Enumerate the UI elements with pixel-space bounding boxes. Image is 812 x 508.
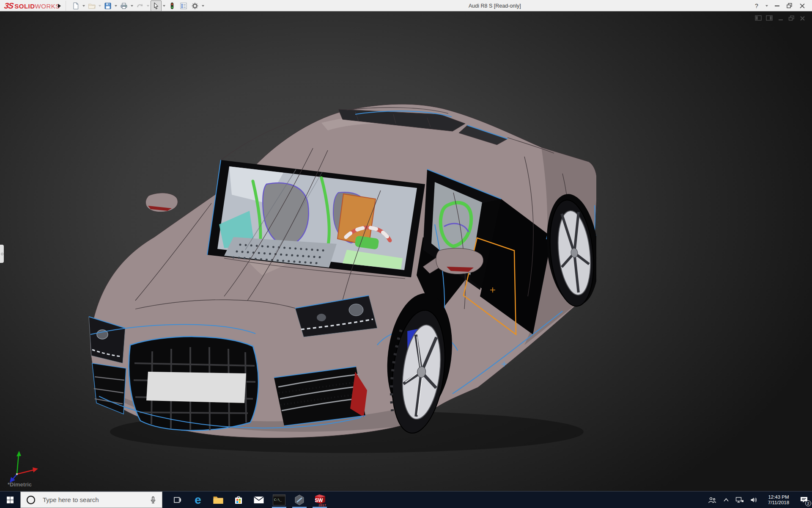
network-button[interactable] [732, 491, 747, 508]
clock[interactable]: 12:43 PM 7/11/2018 [765, 491, 793, 508]
start-button[interactable] [0, 491, 20, 508]
save-button[interactable] [102, 0, 113, 11]
quick-access-toolbar [70, 0, 205, 11]
settings-caret[interactable] [201, 1, 205, 11]
tray-overflow-button[interactable] [720, 491, 732, 508]
window-controls: ? [752, 0, 807, 11]
notification-badge: 2 [805, 500, 811, 506]
search-input[interactable] [42, 496, 149, 504]
y-axis-arrow [16, 451, 21, 456]
solidworks-window: 3SSOLIDWORKS [0, 0, 812, 508]
traffic-light-icon [168, 2, 176, 10]
select-tool-caret[interactable] [162, 1, 166, 11]
select-tool-button[interactable] [151, 0, 162, 11]
taskbar-app-edge[interactable]: e [188, 491, 208, 508]
new-document-caret[interactable] [82, 1, 86, 11]
open-button[interactable] [86, 0, 97, 11]
svg-text:SW: SW [315, 497, 323, 503]
new-document-button[interactable] [70, 0, 81, 11]
model-canvas[interactable] [85, 97, 596, 453]
file-explorer-icon [213, 495, 224, 505]
select-cursor-icon [152, 2, 160, 10]
panel-flyout-tab[interactable] [0, 245, 4, 263]
tray-date: 7/11/2018 [768, 500, 789, 505]
taskbar-search[interactable] [20, 491, 162, 508]
edge-icon: e [195, 494, 201, 506]
speaker-icon [750, 497, 758, 503]
people-button[interactable] [705, 491, 720, 508]
close-button[interactable] [798, 1, 807, 11]
tray-time: 12:43 PM [768, 494, 789, 500]
new-document-icon [72, 2, 80, 10]
rebuild-button[interactable] [167, 0, 178, 11]
mail-icon [253, 496, 264, 504]
side-mirror-left [145, 193, 178, 212]
open-caret[interactable] [98, 1, 102, 11]
windows-logo-icon [6, 496, 14, 504]
help-caret[interactable] [765, 1, 769, 11]
toolbar-separator [66, 1, 66, 11]
cortana-icon [26, 495, 36, 505]
help-button[interactable]: ? [752, 1, 761, 11]
show-pane2-icon[interactable] [766, 15, 773, 21]
graphics-viewport[interactable]: *Dimetric [0, 11, 812, 491]
undo-icon [136, 2, 144, 10]
taskbar-app-solidworks[interactable]: SW 2017 [310, 491, 330, 508]
show-pane-icon[interactable] [755, 15, 762, 21]
network-icon [735, 497, 744, 503]
audi-r8-3d-model[interactable] [85, 97, 596, 453]
restore-icon [787, 3, 793, 8]
front-grille [129, 337, 258, 431]
save-floppy-icon [104, 2, 112, 10]
windows-taskbar: e [0, 491, 812, 508]
intake-right [274, 367, 367, 426]
taskbar-app-row: e [167, 491, 330, 508]
title-bar: 3SSOLIDWORKS [0, 0, 812, 11]
volume-button[interactable] [747, 491, 761, 508]
taskbar-app-command-prompt[interactable]: C:\_ [269, 491, 289, 508]
orientation-triad [8, 450, 41, 484]
microphone-icon[interactable] [149, 496, 157, 504]
solidworks-logo: 3SSOLIDWORKS [4, 1, 60, 11]
open-folder-icon [88, 2, 96, 10]
action-center-button[interactable]: 2 [796, 491, 812, 508]
svg-text:2017: 2017 [318, 503, 326, 507]
settings-button[interactable] [189, 0, 200, 11]
properties-list-icon [180, 2, 187, 10]
logo-mark: 3S [3, 1, 14, 11]
taskbar-app-hex-tool[interactable] [289, 491, 310, 508]
task-view-icon [173, 496, 182, 504]
store-icon [233, 495, 244, 505]
flyout-dot-icon [1, 253, 3, 255]
print-button[interactable] [118, 0, 129, 11]
system-tray: 12:43 PM 7/11/2018 2 [705, 491, 812, 508]
command-prompt-icon: C:\_ [273, 494, 285, 505]
doc-close-button[interactable] [799, 15, 806, 21]
intake-left [92, 363, 126, 414]
task-view-button[interactable] [167, 491, 188, 508]
people-icon [708, 497, 716, 503]
chevron-up-icon [723, 498, 729, 502]
undo-caret[interactable] [146, 1, 150, 11]
hexagon-app-icon [294, 494, 305, 506]
minimize-button[interactable] [772, 1, 782, 11]
taskbar-app-file-explorer[interactable] [208, 491, 228, 508]
menu-flyout-arrow[interactable] [56, 2, 62, 9]
doc-minimize-button[interactable] [777, 15, 784, 21]
taskbar-app-mail[interactable] [249, 491, 269, 508]
gear-icon [191, 2, 199, 10]
document-window-controls [755, 15, 806, 21]
x-axis-arrow [33, 467, 38, 472]
taskbar-app-store[interactable] [228, 491, 249, 508]
close-icon [800, 3, 805, 8]
logo-solid: SOLID [14, 3, 35, 10]
restore-button[interactable] [785, 1, 794, 11]
window-title: Audi R8 S [Read-only] [469, 3, 521, 9]
print-caret[interactable] [130, 1, 134, 11]
undo-button[interactable] [134, 0, 145, 11]
license-plate [146, 372, 246, 403]
save-caret[interactable] [114, 1, 118, 11]
print-icon [120, 2, 128, 10]
options-list-button[interactable] [178, 0, 189, 11]
doc-restore-button[interactable] [788, 15, 795, 21]
